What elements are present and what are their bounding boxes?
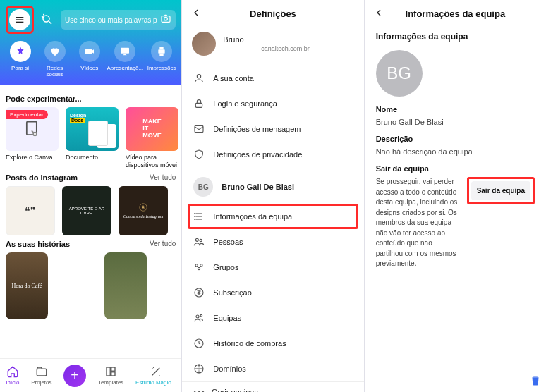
nav-home[interactable]: Início	[6, 365, 19, 386]
svg-rect-14	[37, 369, 47, 376]
trash-icon[interactable]	[529, 374, 542, 389]
card-video[interactable]: MAKEITMOVE Vídeo para dispositivos móvei	[126, 107, 178, 169]
nav-create[interactable]: +	[63, 365, 86, 387]
category-redes-sociais[interactable]: Redes sociais	[42, 41, 68, 78]
svg-point-26	[195, 219, 195, 220]
card-explore[interactable]: Experimentar Explore o Canva	[6, 107, 59, 169]
team-avatar: BG	[193, 177, 213, 197]
nav-templates[interactable]: Templates	[98, 365, 123, 386]
leave-label: Sair da equipa	[376, 164, 535, 173]
category-videos[interactable]: Vídeos	[76, 41, 102, 78]
svg-rect-17	[111, 372, 115, 376]
magic-search-icon[interactable]	[40, 12, 55, 27]
see-all-posts[interactable]: Ver tudo	[150, 173, 181, 181]
name-label: Nome	[376, 105, 535, 114]
annotation-highlight-menu	[6, 6, 34, 34]
nav-magic-studio[interactable]: Estúdio Mágic...	[135, 365, 176, 386]
posts-heading: Posts do Instagram	[6, 169, 83, 186]
story-item[interactable]: Hora do Café	[6, 252, 48, 319]
team-info-header: Informações da equipa	[365, 0, 546, 27]
svg-point-25	[195, 216, 195, 217]
name-value: Bruno Gall De Blasi	[376, 118, 535, 126]
search-input[interactable]	[65, 16, 157, 24]
desc-value: Não há descrição da equipa	[376, 147, 535, 156]
posts-row: ❝❞ APROVEITE O AR LIVRE. Concurso de Ins…	[6, 186, 181, 235]
settings-title: Definições	[250, 8, 296, 19]
settings-privacy[interactable]: Definições de privacidade	[182, 142, 363, 167]
category-pills: Para si Redes sociais Vídeos Apresentaçõ…	[6, 41, 176, 78]
manage-teams[interactable]: ••• Gerir equipas	[182, 381, 363, 392]
svg-point-27	[196, 238, 199, 241]
svg-point-24	[195, 214, 195, 214]
team-header[interactable]: BG Bruno Gall De Blasi	[182, 170, 363, 204]
back-button[interactable]	[373, 7, 384, 21]
settings-domains[interactable]: Domínios	[182, 356, 363, 381]
see-all-stories[interactable]: Ver tudo	[150, 240, 181, 247]
team-info-screen: Informações da equipa Informações da equ…	[365, 0, 546, 392]
svg-rect-6	[85, 49, 92, 54]
settings-people[interactable]: Pessoas	[182, 229, 363, 255]
leave-text: Se prosseguir, vai perder acesso a todo …	[376, 177, 460, 269]
canva-home-screen: Para si Redes sociais Vídeos Apresentaçõ…	[0, 0, 181, 392]
search-bar[interactable]	[61, 10, 176, 30]
svg-point-30	[200, 264, 202, 267]
svg-rect-8	[159, 49, 165, 53]
post-item[interactable]: APROVEITE O AR LIVRE.	[62, 186, 111, 235]
svg-rect-7	[121, 48, 129, 54]
back-button[interactable]	[190, 7, 202, 21]
try-heading: Pode experimentar...	[6, 90, 181, 107]
user-row[interactable]: Bruno xxxxxxxxxxxxcanaltech.com.br	[182, 27, 363, 66]
annotation-highlight-leave: Sair da equipa	[467, 177, 535, 204]
user-email: xxxxxxxxxxxxcanaltech.com.br	[223, 45, 310, 52]
card-documento[interactable]: DesignDocs Documento	[66, 107, 119, 169]
svg-rect-9	[160, 47, 164, 49]
svg-point-5	[164, 17, 168, 20]
bottom-nav: Início Projetos + Templates Estúdio Mági…	[0, 358, 181, 392]
home-body: Pode experimentar... Experimentar Explor…	[0, 85, 181, 358]
svg-point-29	[195, 264, 198, 267]
svg-point-3	[43, 16, 49, 22]
svg-point-34	[200, 314, 202, 317]
svg-point-31	[198, 267, 200, 269]
settings-screen: Definições Bruno xxxxxxxxxxxxcanaltech.c…	[182, 0, 363, 392]
story-item[interactable]	[104, 252, 147, 319]
category-para-si[interactable]: Para si	[7, 41, 33, 78]
story-item[interactable]	[55, 252, 97, 319]
svg-point-12	[33, 133, 37, 136]
try-cards: Experimentar Explore o Canva DesignDocs …	[6, 107, 181, 169]
settings-header: Definições	[182, 0, 363, 27]
settings-account[interactable]: A sua conta	[182, 66, 363, 91]
settings-groups[interactable]: Grupos	[182, 255, 363, 280]
dots-icon: •••	[193, 388, 206, 392]
category-apresentacoes[interactable]: Apresentaçõ...	[111, 41, 139, 78]
desc-label: Descrição	[376, 135, 535, 143]
team-info-title: Informações da equipa	[406, 8, 506, 19]
team-info-section-title: Informações da equipa	[376, 32, 535, 42]
settings-teams[interactable]: Equipas	[182, 305, 363, 331]
svg-rect-10	[160, 54, 164, 56]
settings-login[interactable]: Login e segurança	[182, 91, 363, 116]
camera-icon[interactable]	[160, 13, 171, 27]
user-name: Bruno	[223, 35, 310, 44]
svg-point-28	[200, 239, 202, 241]
home-header: Para si Redes sociais Vídeos Apresentaçõ…	[0, 0, 181, 85]
team-big-avatar: BG	[376, 50, 423, 97]
stories-row: Hora do Café	[6, 252, 181, 319]
post-item[interactable]: ❝❞	[6, 186, 55, 235]
leave-team-button[interactable]: Sair da equipa	[471, 181, 530, 200]
team-name: Bruno Gall De Blasi	[222, 183, 294, 191]
svg-rect-16	[111, 367, 115, 371]
settings-subscription[interactable]: Subscrição	[182, 280, 363, 305]
experiment-badge: Experimentar	[6, 110, 48, 119]
menu-button[interactable]	[9, 9, 30, 30]
post-item[interactable]: Concurso de Instagram	[119, 186, 168, 235]
category-impressoes[interactable]: Impressões	[147, 41, 176, 78]
svg-rect-19	[196, 103, 202, 107]
settings-purchases[interactable]: Histórico de compras	[182, 331, 363, 356]
svg-point-18	[198, 75, 201, 78]
svg-rect-15	[107, 367, 110, 376]
nav-projects[interactable]: Projetos	[31, 365, 51, 386]
settings-team-info[interactable]: Informações da equipa	[182, 204, 363, 229]
settings-messages[interactable]: Definições de mensagem	[182, 116, 363, 142]
avatar	[192, 32, 216, 56]
